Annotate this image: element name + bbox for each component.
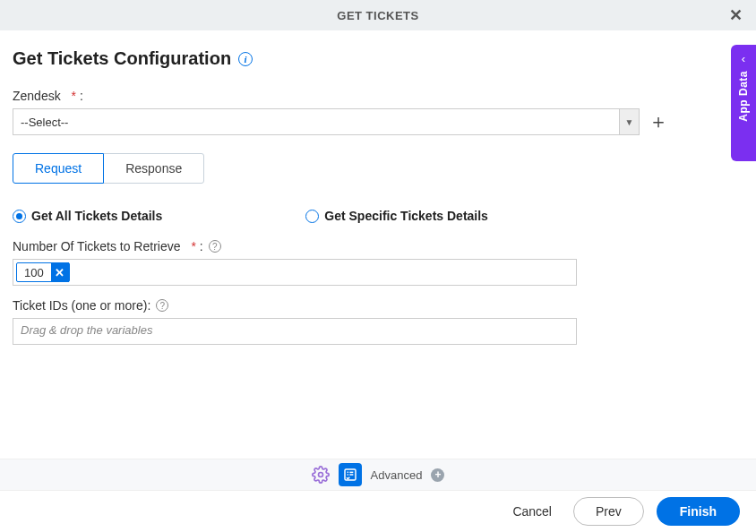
help-icon[interactable]: ?: [209, 240, 221, 253]
zendesk-select-row: --Select-- ▼ ＋: [13, 108, 743, 135]
ids-label: Ticket IDs (one or more): ?: [13, 298, 743, 313]
cancel-button[interactable]: Cancel: [503, 499, 561, 524]
chip-remove-icon[interactable]: ✕: [51, 262, 69, 282]
radio-get-all-label: Get All Tickets Details: [31, 209, 162, 223]
radio-unchecked-icon: [305, 210, 319, 223]
chevron-left-icon: ‹: [742, 52, 745, 65]
radio-get-specific[interactable]: Get Specific Tickets Details: [305, 209, 488, 223]
radio-get-all[interactable]: Get All Tickets Details: [13, 209, 162, 223]
app-data-panel-toggle[interactable]: ‹ App Data: [731, 45, 756, 161]
dialog-title: GET TICKETS: [337, 9, 418, 22]
info-icon[interactable]: i: [238, 52, 253, 66]
add-connection-button[interactable]: ＋: [649, 108, 668, 135]
zendesk-select[interactable]: --Select-- ▼: [13, 108, 640, 135]
add-advanced-icon[interactable]: +: [431, 468, 444, 482]
zendesk-select-value: --Select--: [13, 109, 619, 134]
tabs: Request Response: [13, 153, 743, 184]
radio-checked-icon: [13, 210, 26, 223]
radio-group: Get All Tickets Details Get Specific Tic…: [13, 209, 743, 223]
close-icon[interactable]: ✕: [727, 5, 745, 25]
advanced-label: Advanced: [371, 468, 423, 482]
value-chip: 100 ✕: [16, 262, 70, 282]
zendesk-label: Zendesk * :: [13, 89, 743, 103]
page-title: Get Tickets Configuration: [13, 48, 231, 69]
finish-button[interactable]: Finish: [657, 497, 740, 526]
number-input[interactable]: 100 ✕: [13, 259, 577, 286]
gear-icon[interactable]: [312, 466, 330, 484]
bottom-toolbar: Advanced +: [0, 459, 756, 491]
dialog-header: GET TICKETS ✕: [0, 0, 756, 30]
dialog-footer: Cancel Prev Finish: [0, 491, 756, 532]
app-data-label: App Data: [737, 71, 750, 122]
chevron-down-icon: ▼: [619, 109, 639, 134]
dialog-body: Get Tickets Configuration i Zendesk * : …: [0, 30, 756, 345]
radio-get-specific-label: Get Specific Tickets Details: [324, 209, 488, 223]
chip-value: 100: [17, 266, 51, 279]
tab-request[interactable]: Request: [13, 153, 104, 184]
tab-response[interactable]: Response: [103, 153, 204, 184]
form-icon[interactable]: [339, 463, 362, 486]
svg-point-0: [318, 473, 322, 477]
help-icon[interactable]: ?: [156, 299, 168, 312]
number-label: Number Of Tickets to Retrieve * : ?: [13, 239, 743, 253]
prev-button[interactable]: Prev: [573, 497, 644, 526]
ticket-ids-input[interactable]: Drag & drop the variables: [13, 318, 577, 345]
page-title-row: Get Tickets Configuration i: [13, 48, 743, 69]
